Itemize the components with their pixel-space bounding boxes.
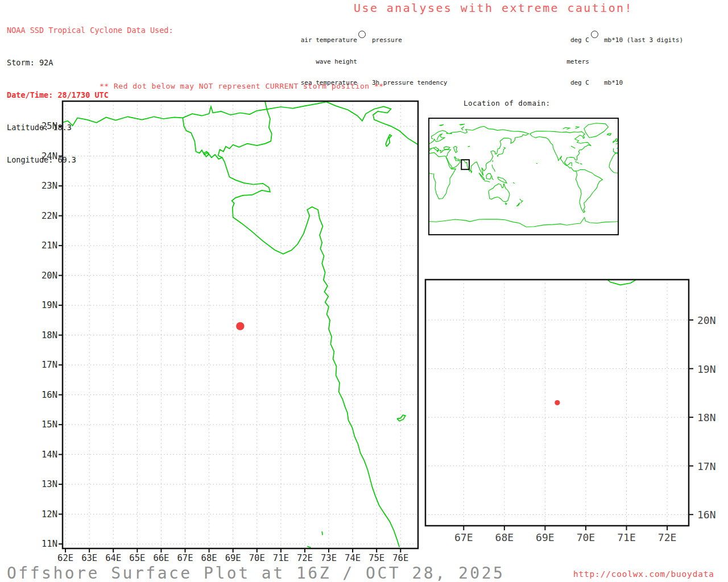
axis-label: 69E xyxy=(225,553,241,563)
legend-unit-mb-1: mb*10 (last 3 digits) xyxy=(604,37,683,44)
axis-label: 15N xyxy=(42,419,57,430)
axis-label: 71E xyxy=(617,531,636,543)
axis-label: 18N xyxy=(42,330,57,340)
coastline xyxy=(609,153,618,173)
axis-label: 70E xyxy=(249,553,265,563)
axis-label: 70E xyxy=(577,531,595,543)
coastline xyxy=(460,124,465,125)
coastline xyxy=(307,546,311,547)
coastline xyxy=(493,160,493,162)
coastline xyxy=(613,141,615,143)
axis-label: 12N xyxy=(42,509,57,519)
axis-label: 18N xyxy=(697,411,716,423)
axis-label: 68E xyxy=(201,553,217,563)
coastline xyxy=(440,124,444,126)
coastline xyxy=(454,147,458,153)
coastline xyxy=(429,152,456,199)
axis-label: 17N xyxy=(697,460,716,472)
legend-air-temperature: air temperature xyxy=(296,37,357,44)
axis-label: 72E xyxy=(658,531,677,543)
coastline xyxy=(440,149,451,156)
axis-label: 76E xyxy=(392,553,408,563)
coastline xyxy=(218,99,272,157)
coastline xyxy=(322,531,322,535)
axis-label: 14N xyxy=(42,450,57,460)
legend-pressure: pressure xyxy=(372,37,402,44)
coastline xyxy=(513,182,515,183)
axis-label: 21N xyxy=(42,240,57,251)
coastline xyxy=(492,165,495,172)
axis-label: 11N xyxy=(42,539,57,549)
coastline xyxy=(386,135,391,147)
coastline xyxy=(429,218,618,227)
legend-wave-height: wave height xyxy=(296,59,357,66)
coastline xyxy=(479,173,485,180)
coastline xyxy=(432,126,529,139)
axis-label: 19N xyxy=(697,363,716,375)
axis-label: 73E xyxy=(321,553,337,563)
axis-label: 72E xyxy=(297,553,313,563)
world-inset-title: Location of domain: xyxy=(464,99,551,107)
axis-label: 71E xyxy=(273,553,289,563)
site-url-link[interactable]: http://coolwx.com/buoydata xyxy=(573,569,714,579)
axis-label: 69E xyxy=(536,531,555,543)
coastline xyxy=(461,127,464,130)
storm-latitude-line: Latitude: 18.3 xyxy=(7,122,173,133)
coastline xyxy=(429,147,439,152)
coastline xyxy=(580,164,582,164)
plot-main-title: Offshore Surface Plot at 16Z / OCT 28, 2… xyxy=(7,564,504,582)
storm-longitude-line: Longitude: 69.3 xyxy=(7,155,173,165)
caution-banner: Use analyses with extreme caution! xyxy=(354,1,633,15)
coastline xyxy=(498,177,507,183)
station-circle-icon xyxy=(358,31,366,38)
axis-label: 16N xyxy=(42,390,57,400)
storm-position-dot xyxy=(236,322,244,330)
coastline xyxy=(571,146,575,148)
coastline xyxy=(485,181,490,182)
coastline xyxy=(492,176,494,180)
axis-label: 65E xyxy=(129,553,145,563)
coastline xyxy=(575,161,579,163)
coastline xyxy=(429,134,445,144)
axis-label: 64E xyxy=(105,553,121,563)
units-legend: deg C mb*10 (last 3 digits) meters deg C… xyxy=(554,23,683,94)
axis-label: 17N xyxy=(42,360,57,370)
coastline xyxy=(471,171,472,173)
coastline xyxy=(489,184,510,202)
axis-label: 68E xyxy=(495,531,514,543)
coastline xyxy=(468,146,470,147)
legend-unit-degc-2: deg C xyxy=(554,80,589,87)
axis-label: 19N xyxy=(42,300,57,310)
coastline xyxy=(530,131,592,166)
storm-id-line: Storm: 92A xyxy=(7,57,173,68)
axis-label: 63E xyxy=(81,553,97,563)
axis-label: 74E xyxy=(345,553,361,563)
coastline xyxy=(505,203,507,205)
legend-unit-mb-2: mb*10 xyxy=(604,80,623,87)
storm-position-warning: ** Red dot below may NOT represent CURRE… xyxy=(100,82,384,90)
coastline xyxy=(607,134,611,135)
axis-label: 75E xyxy=(369,553,384,563)
noaa-data-heading: NOAA SSD Tropical Cyclone Data Used: xyxy=(7,25,173,36)
coastline xyxy=(584,123,609,138)
axis-label: 24N xyxy=(42,151,57,161)
axis-label: 20N xyxy=(697,314,716,326)
axis-label: 67E xyxy=(177,553,193,563)
axis-label: 22N xyxy=(42,211,57,221)
coastline xyxy=(563,127,570,129)
coastline xyxy=(397,415,406,421)
axis-label: 20N xyxy=(42,271,57,281)
coastline xyxy=(516,203,519,206)
coastline xyxy=(183,118,399,547)
coastline xyxy=(604,276,643,285)
storm-datetime-line: Date/Time: 28/1730 UTC xyxy=(7,90,173,101)
storm-position-dot xyxy=(555,400,560,405)
axis-label: 13N xyxy=(42,479,57,489)
coastline xyxy=(536,163,537,164)
coastline xyxy=(613,148,618,153)
coastline xyxy=(444,147,450,149)
axis-label: 66E xyxy=(153,553,169,563)
axis-label: 25N xyxy=(42,121,57,131)
legend-unit-meters: meters xyxy=(554,59,589,66)
coastline xyxy=(486,173,491,179)
